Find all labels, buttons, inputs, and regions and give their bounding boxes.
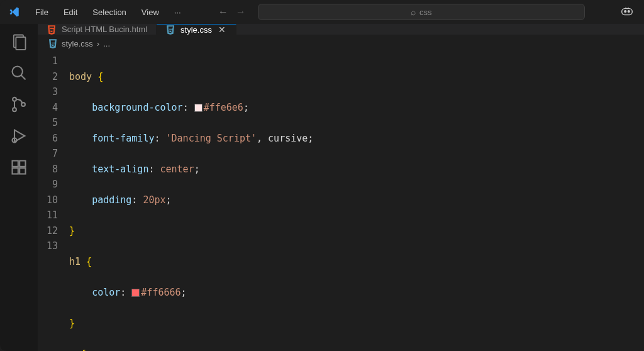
color-swatch-icon[interactable] xyxy=(194,104,203,112)
line-number: 2 xyxy=(38,69,58,85)
menu-file[interactable]: File xyxy=(29,5,55,20)
menu-edit[interactable]: Edit xyxy=(57,5,84,20)
line-number: 8 xyxy=(38,162,58,177)
svg-point-8 xyxy=(21,103,25,106)
code-content[interactable]: body { background-color: #ffe6e6; font-f… xyxy=(69,53,644,351)
breadcrumb-file: style.css xyxy=(62,39,93,48)
search-icon: ⌕ xyxy=(411,7,416,17)
svg-point-5 xyxy=(13,67,23,77)
svg-point-2 xyxy=(628,11,630,13)
vscode-logo-icon xyxy=(9,6,20,18)
tabs-bar: Script HTML Bucin.html style.css ✕ xyxy=(38,24,644,35)
editor-area[interactable]: 1 2 3 4 5 6 7 8 9 10 11 12 13 body { bac… xyxy=(38,52,644,351)
tab-label: Script HTML Bucin.html xyxy=(62,25,147,34)
menu-overflow[interactable]: ··· xyxy=(168,5,187,20)
svg-rect-12 xyxy=(13,168,18,174)
line-number: 9 xyxy=(38,177,58,192)
svg-rect-10 xyxy=(13,161,18,167)
copilot-icon[interactable] xyxy=(620,6,634,18)
line-number: 5 xyxy=(38,115,58,131)
css3-file-icon xyxy=(48,38,58,48)
nav-arrows: ← → xyxy=(218,6,246,18)
svg-rect-0 xyxy=(622,9,632,15)
svg-rect-13 xyxy=(19,168,25,174)
line-number: 3 xyxy=(38,84,58,100)
line-number: 6 xyxy=(38,131,58,147)
tab-label: style.css xyxy=(180,25,212,35)
explorer-icon[interactable] xyxy=(10,33,28,50)
chevron-right-icon: › xyxy=(97,39,99,48)
breadcrumb[interactable]: style.css › ... xyxy=(38,35,644,52)
search-activity-icon[interactable] xyxy=(10,64,28,82)
nav-forward-icon[interactable]: → xyxy=(236,6,246,18)
svg-rect-4 xyxy=(16,37,25,50)
menu-view[interactable]: View xyxy=(135,5,165,20)
css3-file-icon xyxy=(165,25,175,35)
tab-css-file[interactable]: style.css ✕ xyxy=(157,24,236,35)
color-swatch-icon[interactable] xyxy=(131,289,140,297)
line-number: 7 xyxy=(38,146,58,162)
svg-point-6 xyxy=(13,98,16,101)
line-number: 13 xyxy=(38,238,58,254)
svg-rect-11 xyxy=(19,161,25,167)
run-debug-icon[interactable] xyxy=(10,127,28,145)
extensions-icon[interactable] xyxy=(10,159,28,176)
close-icon[interactable]: ✕ xyxy=(217,25,227,35)
line-number: 4 xyxy=(38,100,58,116)
line-number: 10 xyxy=(38,192,58,208)
line-number: 12 xyxy=(38,223,58,239)
editor-group: Script HTML Bucin.html style.css ✕ style… xyxy=(38,24,644,351)
activity-bar xyxy=(0,24,38,351)
svg-point-1 xyxy=(625,11,626,13)
breadcrumb-more: ... xyxy=(103,39,110,48)
nav-back-icon[interactable]: ← xyxy=(218,6,228,18)
tab-html-file[interactable]: Script HTML Bucin.html xyxy=(38,24,157,35)
html5-file-icon xyxy=(47,25,57,35)
search-text: css xyxy=(419,8,432,17)
line-number: 1 xyxy=(38,53,58,69)
title-bar: File Edit Selection View ··· ← → ⌕ css xyxy=(0,0,644,24)
line-number: 11 xyxy=(38,208,58,223)
command-center-search[interactable]: ⌕ css xyxy=(258,4,585,20)
source-control-icon[interactable] xyxy=(10,96,28,113)
menu-selection[interactable]: Selection xyxy=(86,5,132,20)
svg-point-7 xyxy=(13,108,16,111)
line-number-gutter: 1 2 3 4 5 6 7 8 9 10 11 12 13 xyxy=(38,53,69,351)
